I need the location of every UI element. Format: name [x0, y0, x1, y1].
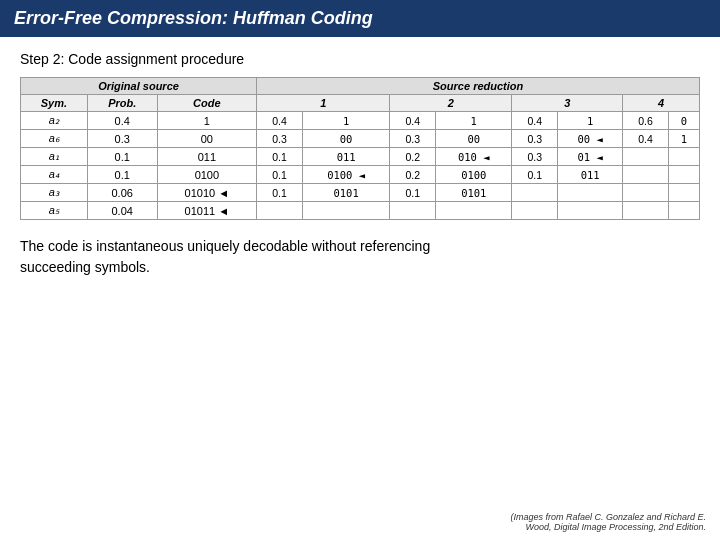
description: The code is instantaneous uniquely decod… — [20, 236, 700, 278]
header: Error-Free Compression: Huffman Coding — [0, 0, 720, 37]
table-row: a₂0.410.410.410.410.60 — [21, 112, 700, 130]
footnote-line1: (Images from Rafael C. Gonzalez and Rich… — [510, 512, 706, 522]
group-header-row: Original source Source reduction — [21, 78, 700, 95]
step-title: Step 2: Code assignment procedure — [20, 51, 700, 67]
description-line2: succeeding symbols. — [20, 257, 700, 278]
description-line1: The code is instantaneous uniquely decod… — [20, 236, 700, 257]
col-red-1: 1 — [257, 95, 390, 112]
col-red-3: 3 — [512, 95, 623, 112]
table-row: a₆0.3000.3000.3000.300 ◄0.41 — [21, 130, 700, 148]
col-header-row: Sym. Prob. Code 1 2 3 4 — [21, 95, 700, 112]
col-sym: Sym. — [21, 95, 88, 112]
huffman-table: Original source Source reduction Sym. Pr… — [20, 77, 700, 220]
footnote: (Images from Rafael C. Gonzalez and Rich… — [510, 512, 706, 532]
col-prob: Prob. — [87, 95, 157, 112]
table-row: a₁0.10110.10110.2010 ◄0.301 ◄ — [21, 148, 700, 166]
col-red-4: 4 — [623, 95, 700, 112]
header-title: Error-Free Compression: Huffman Coding — [14, 8, 373, 28]
group-original: Original source — [21, 78, 257, 95]
table-row: a₃0.0601010 ◄0.101010.10101 — [21, 184, 700, 202]
footnote-line2: Wood, Digital Image Processing, 2nd Edit… — [510, 522, 706, 532]
table-row: a₅0.0401011 ◄ — [21, 202, 700, 220]
table-row: a₄0.101000.10100 ◄0.201000.1011 — [21, 166, 700, 184]
col-code: Code — [157, 95, 256, 112]
col-red-2: 2 — [390, 95, 512, 112]
group-reduction: Source reduction — [257, 78, 700, 95]
